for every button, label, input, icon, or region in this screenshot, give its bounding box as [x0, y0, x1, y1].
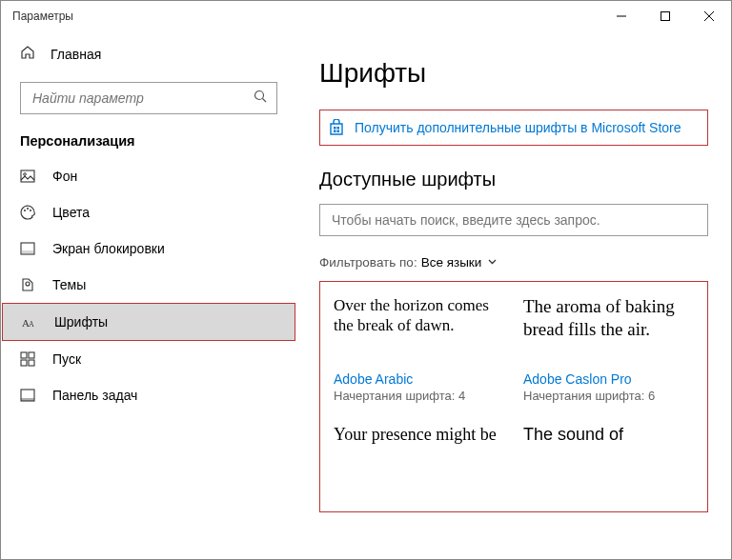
svg-rect-6 [21, 170, 34, 182]
home-button[interactable]: Главная [1, 35, 296, 72]
sidebar-item-label: Панель задач [52, 388, 137, 403]
window-controls [600, 1, 731, 31]
svg-rect-23 [334, 130, 336, 133]
maximize-button[interactable] [643, 1, 687, 31]
filter-label: Фильтровать по: [319, 255, 417, 270]
minimize-button[interactable] [600, 1, 643, 31]
page-title: Шрифты [319, 58, 708, 89]
svg-point-8 [24, 210, 26, 211]
svg-rect-16 [29, 352, 34, 358]
fonts-icon: AA [22, 314, 39, 330]
font-faces: Начертания шрифта: 6 [523, 389, 694, 405]
available-fonts-heading: Доступные шрифты [319, 169, 708, 190]
chevron-down-icon [487, 255, 498, 270]
search-container [20, 82, 277, 114]
filter-value: Все языки [421, 255, 482, 270]
section-header: Персонализация [1, 131, 296, 158]
sidebar-item-colors[interactable]: Цвета [1, 194, 296, 230]
svg-rect-24 [337, 130, 340, 133]
svg-rect-17 [21, 360, 27, 366]
font-card[interactable]: Over the horizon comes the break of dawn… [324, 290, 514, 418]
store-link-box[interactable]: Получить дополнительные шрифты в Microso… [319, 110, 708, 146]
maximize-icon [661, 11, 670, 21]
font-card[interactable]: The sound of [514, 418, 703, 511]
close-button[interactable] [687, 1, 731, 31]
sidebar-item-background[interactable]: Фон [1, 158, 296, 194]
taskbar-icon [20, 388, 37, 403]
sidebar-item-label: Цвета [52, 205, 90, 220]
filter-row: Фильтровать по: Все языки [319, 255, 708, 270]
font-name: Adobe Arabic [334, 371, 504, 387]
font-search-input[interactable] [319, 204, 708, 236]
font-sample: The sound of [523, 424, 694, 498]
svg-rect-18 [29, 360, 34, 366]
sidebar-item-label: Фон [52, 169, 77, 184]
font-card[interactable]: The aroma of baking bread fills the air.… [514, 290, 703, 418]
svg-point-10 [30, 210, 31, 211]
themes-icon [20, 277, 37, 292]
font-name: Adobe Caslon Pro [523, 371, 694, 387]
sidebar-item-label: Пуск [52, 351, 81, 367]
font-sample: Over the horizon comes the break of dawn… [334, 295, 504, 370]
search-input[interactable] [20, 82, 277, 114]
font-sample: Your presence might be [334, 424, 504, 498]
search-icon [254, 90, 268, 107]
svg-rect-22 [337, 127, 340, 130]
font-card[interactable]: Your presence might be [324, 418, 514, 511]
font-faces: Начертания шрифта: 4 [334, 389, 504, 405]
palette-icon [20, 205, 37, 220]
svg-point-7 [24, 173, 27, 176]
start-icon [20, 351, 37, 367]
sidebar-item-label: Шрифты [54, 314, 108, 330]
sidebar-item-lockscreen[interactable]: Экран блокировки [1, 230, 296, 267]
svg-rect-12 [22, 250, 33, 253]
filter-dropdown[interactable]: Все языки [421, 255, 498, 270]
picture-icon [20, 169, 37, 184]
svg-line-5 [263, 99, 267, 103]
sidebar-item-label: Экран блокировки [52, 241, 165, 256]
close-icon [704, 11, 714, 21]
svg-rect-15 [21, 352, 27, 358]
lockscreen-icon [20, 241, 37, 256]
minimize-icon [617, 11, 626, 21]
sidebar-item-start[interactable]: Пуск [1, 341, 296, 377]
store-icon [328, 119, 345, 136]
svg-point-4 [255, 91, 264, 100]
store-link-text[interactable]: Получить дополнительные шрифты в Microso… [355, 120, 681, 135]
home-icon [20, 45, 37, 63]
sidebar-item-taskbar[interactable]: Панель задач [1, 377, 296, 413]
sidebar: Главная Персонализация Фон Цвета Экран б… [1, 31, 296, 559]
svg-rect-21 [334, 127, 336, 130]
sidebar-item-themes[interactable]: Темы [1, 267, 296, 303]
svg-rect-1 [661, 12, 670, 21]
main-content: Шрифты Получить дополнительные шрифты в … [296, 31, 731, 559]
window-title: Параметры [12, 10, 73, 23]
svg-text:A: A [29, 320, 34, 329]
font-sample: The aroma of baking bread fills the air. [523, 295, 694, 370]
svg-point-9 [27, 208, 29, 210]
titlebar: Параметры [1, 1, 731, 31]
sidebar-item-fonts[interactable]: AA Шрифты [2, 303, 295, 341]
sidebar-item-label: Темы [52, 277, 86, 292]
home-label: Главная [51, 47, 101, 62]
svg-rect-20 [21, 398, 34, 401]
font-grid: Over the horizon comes the break of dawn… [319, 281, 708, 512]
